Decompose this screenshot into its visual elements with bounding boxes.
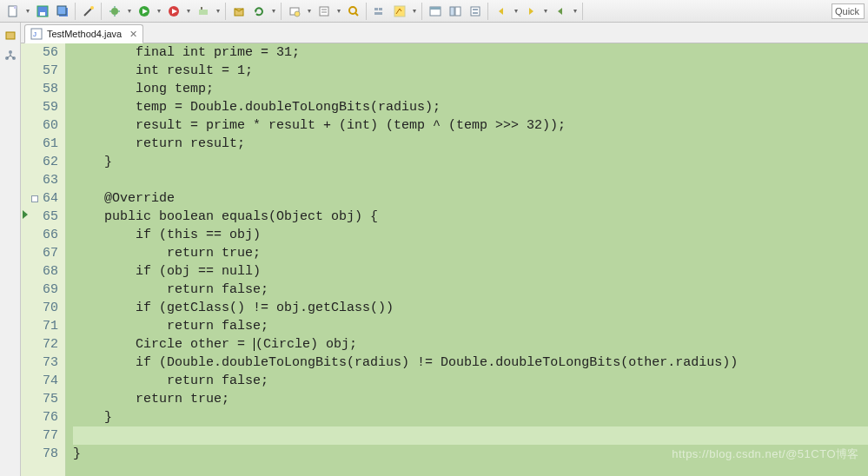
toolbar-separator	[366, 3, 368, 20]
code-line[interactable]: return false;	[73, 317, 868, 335]
code-line[interactable]: return true;	[73, 244, 868, 262]
dropdown-arrow-icon[interactable]: ▾	[214, 2, 222, 21]
code-line[interactable]: temp = Double.doubleToLongBits(radius);	[73, 98, 868, 116]
left-view-strip	[0, 23, 21, 476]
dropdown-arrow-icon[interactable]: ▾	[155, 2, 163, 21]
run-icon[interactable]	[135, 2, 154, 21]
svg-rect-29	[473, 9, 478, 10]
close-icon[interactable]: ✕	[129, 29, 137, 40]
dropdown-arrow-icon[interactable]: ▾	[125, 2, 134, 21]
code-line[interactable]: return false;	[73, 372, 868, 390]
svg-rect-25	[430, 7, 441, 10]
new-package-icon[interactable]	[229, 2, 248, 21]
refresh-icon[interactable]	[249, 2, 268, 21]
dropdown-arrow-icon[interactable]: ▾	[23, 2, 32, 21]
code-line[interactable]: long temp;	[73, 80, 868, 98]
dropdown-arrow-icon[interactable]: ▾	[541, 2, 550, 21]
line-number: 59	[21, 98, 58, 116]
svg-marker-15	[255, 10, 257, 13]
code-line[interactable]: if (obj == null)	[73, 262, 868, 281]
window-icon[interactable]	[426, 2, 445, 21]
code-line[interactable]	[73, 171, 868, 189]
new-icon[interactable]	[3, 2, 23, 21]
line-number: 57	[21, 62, 58, 80]
toolbar-separator	[281, 3, 282, 20]
code-line[interactable]: if (getClass() != obj.getClass())	[73, 299, 868, 317]
editor-tab[interactable]: J TestMethod4.java ✕	[24, 24, 143, 43]
line-number: 67	[21, 244, 58, 262]
fold-toggle-icon[interactable]	[31, 195, 38, 202]
code-line[interactable]: if (this == obj)	[73, 226, 868, 244]
line-number: 65	[21, 208, 58, 226]
svg-rect-28	[471, 7, 480, 16]
svg-rect-20	[374, 8, 378, 10]
toolbar-separator	[582, 3, 584, 20]
save-all-icon[interactable]	[53, 2, 72, 21]
dropdown-arrow-icon[interactable]: ▾	[335, 2, 343, 21]
code-editor[interactable]: 5657585960616263646566676869707172737475…	[21, 43, 868, 476]
toggle-breadcrumb-icon[interactable]	[370, 2, 389, 21]
svg-rect-21	[379, 8, 382, 10]
code-line[interactable]: @Override	[73, 189, 868, 208]
toolbar-separator	[225, 3, 227, 20]
svg-rect-34	[6, 32, 15, 39]
back-icon[interactable]	[492, 2, 511, 21]
code-line[interactable]: if (Double.doubleToLongBits(radius) != D…	[73, 354, 868, 372]
code-line[interactable]	[73, 426, 868, 445]
type-hierarchy-icon[interactable]	[3, 49, 17, 63]
dropdown-arrow-icon[interactable]: ▾	[512, 2, 520, 21]
java-file-icon: J	[30, 28, 43, 40]
code-line[interactable]: }	[73, 408, 868, 426]
dropdown-arrow-icon[interactable]: ▾	[184, 2, 193, 21]
svg-point-35	[9, 50, 12, 54]
search-icon[interactable]	[344, 2, 363, 21]
code-line[interactable]: }	[73, 153, 868, 171]
forward-icon[interactable]	[521, 2, 540, 21]
code-text[interactable]: final int prime = 31; int result = 1; lo…	[66, 43, 868, 476]
svg-point-7	[111, 8, 118, 15]
code-line[interactable]: int result = 1;	[73, 62, 868, 80]
editor-zone: J TestMethod4.java ✕ 5657585960616263646…	[21, 23, 868, 476]
layout-icon[interactable]	[446, 2, 465, 21]
dropdown-arrow-icon[interactable]: ▾	[571, 2, 580, 21]
line-number: 75	[21, 390, 58, 408]
svg-rect-30	[473, 12, 478, 14]
package-explorer-icon[interactable]	[3, 28, 17, 42]
line-number: 77	[21, 426, 58, 445]
code-line[interactable]: return true;	[73, 390, 868, 408]
quick-access-input[interactable]: Quick	[832, 3, 865, 19]
ext-tools-icon[interactable]	[194, 2, 213, 21]
dropdown-arrow-icon[interactable]: ▾	[305, 2, 314, 21]
debug-config-icon[interactable]	[105, 2, 124, 21]
line-number: 58	[21, 80, 58, 98]
nav-back-icon[interactable]	[551, 2, 570, 21]
svg-rect-26	[450, 7, 454, 16]
save-icon[interactable]	[33, 2, 52, 21]
code-line[interactable]: result = prime * result + (int) (temp ^ …	[73, 116, 868, 135]
highlight-icon[interactable]	[390, 2, 409, 21]
code-line[interactable]: Circle other = (Circle) obj;	[73, 335, 868, 354]
line-number: 73	[21, 354, 58, 372]
code-line[interactable]: public boolean equals(Object obj) {	[73, 208, 868, 226]
code-line[interactable]: }	[73, 445, 868, 463]
outline-icon[interactable]	[466, 2, 485, 21]
line-number: 70	[21, 299, 58, 317]
line-number: 69	[21, 281, 58, 299]
editor-tab-strip: J TestMethod4.java ✕	[21, 23, 868, 43]
line-number: 63	[21, 171, 58, 189]
code-line[interactable]: return result;	[73, 135, 868, 153]
svg-point-17	[295, 11, 300, 17]
open-task-icon[interactable]	[315, 2, 334, 21]
line-number: 68	[21, 262, 58, 281]
dropdown-arrow-icon[interactable]: ▾	[410, 2, 419, 21]
code-line[interactable]: final int prime = 31;	[73, 43, 868, 62]
svg-rect-5	[57, 6, 66, 15]
run-last-icon[interactable]	[164, 2, 183, 21]
open-type-icon[interactable]	[285, 2, 304, 21]
main-toolbar: ▾▾▾▾▾▾▾▾▾▾▾▾Quick	[0, 0, 868, 23]
svg-rect-13	[201, 7, 202, 10]
wand-icon[interactable]	[79, 2, 98, 21]
svg-rect-12	[199, 10, 208, 15]
code-line[interactable]: return false;	[73, 281, 868, 299]
dropdown-arrow-icon[interactable]: ▾	[269, 2, 278, 21]
